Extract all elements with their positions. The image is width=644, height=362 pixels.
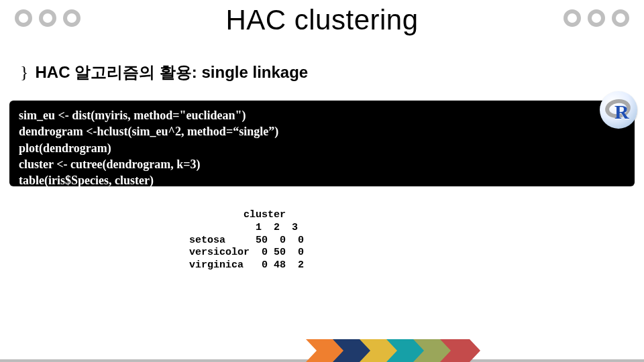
subtitle-text: HAC 알고리즘의 활용: single linkage [35, 62, 308, 83]
code-line: dendrogram <-hclust(sim_eu^2, method=“si… [19, 125, 278, 138]
slide: HAC clustering } HAC 알고리즘의 활용: single li… [0, 0, 644, 362]
code-line: cluster <- cutree(dendrogram, k=3) [19, 158, 200, 171]
code-line: sim_eu <- dist(myiris, method="euclidean… [19, 109, 246, 122]
page-title: HAC clustering [0, 0, 644, 36]
code-line: plot(dendrogram) [19, 141, 111, 155]
bullet-brace-icon: } [20, 64, 28, 81]
footer-decor [0, 335, 644, 362]
footer-chevrons [306, 339, 507, 362]
code-block: sim_eu <- dist(myiris, method="euclidean… [9, 101, 635, 186]
subtitle-row: } HAC 알고리즘의 활용: single linkage [20, 62, 308, 83]
code-line: table(iris$Species, cluster) [19, 174, 154, 187]
r-logo-icon: R [600, 91, 637, 129]
console-output: cluster 1 2 3 setosa 50 0 0 versicolor 0… [177, 209, 304, 272]
